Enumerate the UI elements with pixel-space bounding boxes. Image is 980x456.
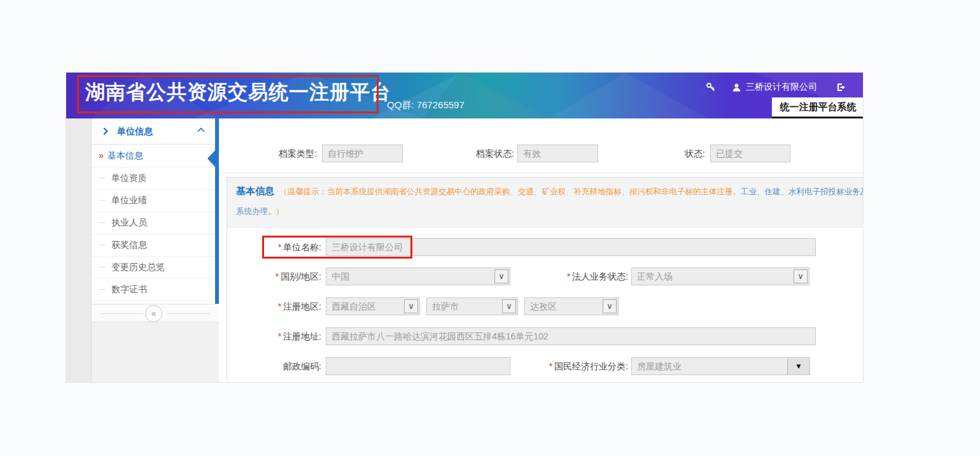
panel-header: 基本信息（温馨提示：当前本系统提供湖南省公共资源交易中心的政府采购、交通、矿业权… bbox=[227, 178, 864, 227]
country-select[interactable]: 中国 ∨ bbox=[326, 267, 510, 285]
key-icon[interactable] bbox=[706, 82, 716, 92]
district-select[interactable]: 达孜区 ∨ bbox=[524, 297, 619, 315]
chevron-down-icon[interactable]: ∨ bbox=[494, 269, 508, 283]
active-item-pointer bbox=[207, 150, 215, 167]
tree-tick bbox=[99, 200, 105, 201]
tree-tick bbox=[99, 289, 105, 290]
sidebar-item-awards[interactable]: 获奖信息 bbox=[92, 234, 215, 257]
sidebar-group-label: 单位信息 bbox=[117, 126, 153, 136]
logout-icon[interactable] bbox=[836, 82, 846, 92]
tree-tick bbox=[99, 222, 105, 223]
sidebar-item-practitioners[interactable]: 执业人员 bbox=[92, 211, 215, 234]
section-divider bbox=[220, 173, 864, 173]
legal-status-label: *法人业务状态: bbox=[526, 267, 628, 286]
archive-type-label: 档案类型: bbox=[253, 144, 317, 163]
postal-code-input[interactable] bbox=[326, 357, 510, 375]
archive-status-label: 档案状态: bbox=[451, 144, 514, 163]
notice-text-blue: 系统办理。 bbox=[236, 207, 276, 216]
chevron-right-icon bbox=[103, 127, 108, 135]
status-field[interactable]: 已提交 bbox=[710, 145, 790, 162]
chevron-down-icon[interactable]: ∨ bbox=[502, 299, 516, 313]
sidebar-item-label: 基本信息 bbox=[108, 150, 143, 160]
required-mark: * bbox=[276, 271, 279, 281]
required-mark: * bbox=[278, 331, 281, 341]
country-label: *国别/地区: bbox=[227, 267, 321, 286]
sidebar-item-label: 单位资质 bbox=[111, 173, 147, 183]
province-select[interactable]: 西藏自治区 ∨ bbox=[326, 297, 420, 315]
chevron-down-icon[interactable]: ∨ bbox=[603, 299, 617, 313]
form-row-address: *注册地址: 西藏拉萨市八一路哈达滨河花园西区五排4栋16单元102 bbox=[227, 327, 864, 346]
user-icon bbox=[732, 83, 741, 92]
collapse-line bbox=[167, 313, 210, 314]
chevron-down-icon[interactable]: ∨ bbox=[794, 269, 808, 283]
active-marker: » bbox=[99, 150, 104, 160]
chevron-down-icon[interactable]: ∨ bbox=[404, 299, 418, 313]
sidebar-item-label: 变更历史总览 bbox=[111, 262, 165, 272]
sidebar-item-label: 执业人员 bbox=[111, 217, 147, 227]
tree-tick bbox=[99, 245, 105, 245]
basic-info-panel: 基本信息（温馨提示：当前本系统提供湖南省公共资源交易中心的政府采购、交通、矿业权… bbox=[227, 177, 864, 383]
qq-group-label: QQ群: 767265597 bbox=[387, 99, 465, 111]
required-mark: * bbox=[278, 301, 281, 311]
postal-code-label: 邮政编码: bbox=[227, 357, 321, 376]
app-frame: 湖南省公共资源交易统一注册平台 QQ群: 767265597 三桥设计有限公司 … bbox=[66, 72, 864, 383]
sidebar-item-digital-certificate[interactable]: 数字证书 bbox=[92, 278, 215, 301]
tree-tick bbox=[99, 267, 105, 267]
sidebar-item-basic-info[interactable]: »基本信息 bbox=[92, 145, 215, 167]
archive-status-field[interactable]: 有效 bbox=[517, 145, 598, 162]
sidebar-rail bbox=[66, 118, 92, 383]
user-company-label: 三桥设计有限公司 bbox=[746, 82, 817, 93]
required-mark: * bbox=[567, 271, 570, 281]
sidebar-group-unit-info[interactable]: 单位信息 bbox=[92, 118, 215, 145]
city-select[interactable]: 拉萨市 ∨ bbox=[426, 297, 518, 315]
annotation-box-unit-name bbox=[262, 236, 412, 259]
user-menu[interactable]: 三桥设计有限公司 bbox=[732, 82, 817, 93]
notice-text-blue: 工业、住建、水利电子招投标业务及医药相关业务，请到对应的交易 bbox=[741, 187, 864, 196]
app-header: 湖南省公共资源交易统一注册平台 QQ群: 767265597 三桥设计有限公司 bbox=[66, 73, 863, 118]
sidebar-collapse-button[interactable]: « bbox=[92, 304, 219, 322]
archive-type-field[interactable]: 自行维护 bbox=[322, 145, 403, 162]
status-label: 状态: bbox=[641, 144, 705, 163]
tab-unified-registration-system[interactable]: 统一注册平台系统 bbox=[772, 97, 864, 118]
sidebar-item-unit-qualification[interactable]: 单位资质 bbox=[92, 167, 215, 190]
form-row-country: *国别/地区: 中国 ∨ *法人业务状态: 正常入场 ∨ bbox=[227, 267, 864, 286]
notice-close-paren: ） bbox=[276, 207, 284, 216]
industry-label: *国民经济行业分类: bbox=[526, 357, 628, 376]
sidebar-footer-fill bbox=[92, 322, 219, 383]
panel-title: 基本信息 bbox=[236, 185, 274, 196]
sidebar-item-unit-performance[interactable]: 单位业绩 bbox=[92, 189, 215, 212]
notice-text-orange: （温馨提示：当前本系统提供湖南省公共资源交易中心的政府采购、交通、矿业权、补充耕… bbox=[279, 187, 741, 196]
sidebar-item-label: 单位业绩 bbox=[111, 195, 147, 205]
sidebar-item-label: 获奖信息 bbox=[111, 239, 147, 250]
sidebar-accent-bar bbox=[215, 118, 219, 305]
form-row-region: *注册地区: 西藏自治区 ∨ 拉萨市 ∨ 达孜区 ∨ bbox=[227, 297, 864, 316]
form-row-postal-industry: 邮政编码: *国民经济行业分类: 房屋建筑业 ▼ bbox=[227, 357, 864, 376]
sidebar-item-change-history[interactable]: 变更历史总览 bbox=[92, 256, 215, 279]
required-mark: * bbox=[549, 361, 552, 371]
sidebar-item-label: 数字证书 bbox=[111, 284, 147, 294]
dropdown-triangle-icon[interactable]: ▼ bbox=[787, 358, 809, 374]
address-label: *注册地址: bbox=[227, 327, 321, 346]
annotation-box-title bbox=[77, 75, 379, 113]
collapse-icon: « bbox=[145, 305, 162, 322]
industry-select[interactable]: 房屋建筑业 ▼ bbox=[631, 357, 810, 375]
chevron-up-icon bbox=[197, 127, 205, 132]
region-label: *注册地区: bbox=[227, 297, 321, 316]
legal-status-select[interactable]: 正常入场 ∨ bbox=[631, 267, 809, 285]
address-input[interactable]: 西藏拉萨市八一路哈达滨河花园西区五排4栋16单元102 bbox=[326, 327, 816, 345]
collapse-line bbox=[101, 313, 144, 314]
tree-tick bbox=[99, 178, 105, 178]
